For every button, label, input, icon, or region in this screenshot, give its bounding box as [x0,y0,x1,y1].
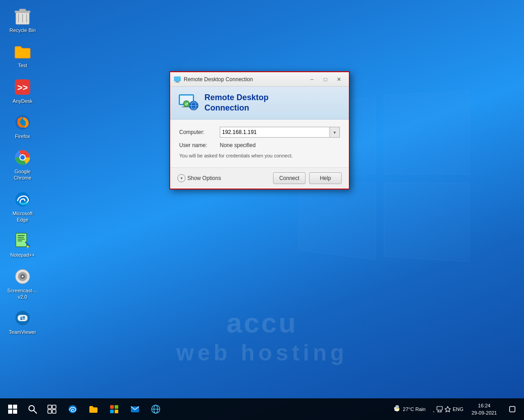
svg-rect-52 [52,405,56,409]
icon-edge[interactable]: Microsoft Edge [5,188,41,226]
icon-teamviewer[interactable]: ⇄ TeamViewer [5,306,41,338]
taskbar-mail-button[interactable] [125,399,145,419]
svg-point-49 [29,406,34,411]
screencast-image [14,268,32,286]
dialog-title-icon [174,76,181,83]
dialog-header-icon: ↺ [177,92,199,114]
username-field: User name: None specified [179,142,340,148]
taskbar-edge-button[interactable] [63,399,83,419]
svg-rect-58 [110,410,114,413]
svg-rect-67 [394,409,399,411]
icon-screencast[interactable]: Screencast-...v2.0 [5,265,41,303]
svg-text:↺: ↺ [185,102,188,106]
chrome-image [14,148,32,166]
svg-rect-53 [48,410,51,413]
language-text: ENG [453,406,464,412]
svg-rect-32 [176,81,179,82]
svg-marker-24 [27,246,29,249]
dialog-footer-buttons: Connect Help [273,172,342,184]
clock-time: 16:24 [472,402,497,410]
taskbar-ie-button[interactable] [146,399,166,419]
dialog-header-line2: Connection [204,103,269,113]
teamviewer-image: ⇄ [14,309,32,327]
recycle-bin-label: Recycle Bin [9,27,36,33]
svg-text:>>: >> [17,83,28,92]
svg-rect-48 [13,410,17,414]
username-value: None specified [220,142,255,148]
notepadpp-label: Notepad++ [10,252,35,258]
icon-anydesk[interactable]: >> AnyDesk [5,75,41,107]
firefox-label: Firefox [15,133,30,139]
desktop: accu web hosting Recycle Bin [0,0,524,420]
weather-text: 27°C Rain [403,406,426,412]
clock-date: 29-09-2021 [472,409,497,417]
svg-rect-22 [18,240,22,241]
svg-rect-51 [48,405,51,409]
dialog-header: ↺ Remote Desktop Connection [170,87,349,120]
connect-button[interactable]: Connect [273,172,306,184]
dialog-maximize-button[interactable]: □ [319,74,332,84]
chrome-label: Google Chrome [6,168,39,181]
icon-recycle-bin[interactable]: Recycle Bin [5,5,41,36]
svg-rect-54 [52,410,56,413]
firefox-image [14,113,32,131]
taskbar-explorer-button[interactable] [83,399,103,419]
svg-rect-21 [18,239,25,240]
icon-notepadpp[interactable]: Notepad++ [5,229,41,261]
computer-input-wrap[interactable]: ▾ [220,127,340,138]
svg-line-50 [34,411,37,413]
svg-rect-59 [115,410,118,413]
computer-field: Computer: ▾ [179,127,340,138]
show-options-button[interactable]: ▾ Show Options [177,174,221,182]
computer-dropdown-button[interactable]: ▾ [329,127,339,137]
svg-marker-2 [298,183,376,260]
task-view-button[interactable] [42,399,62,419]
rdp-dialog: Remote Desktop Connection – □ ✕ [169,71,350,189]
computer-input[interactable] [220,128,329,136]
anydesk-image: >> [14,78,32,96]
dialog-minimize-button[interactable]: – [306,74,318,84]
svg-rect-47 [8,410,12,414]
svg-rect-20 [18,237,24,238]
taskbar-right-area: 27°C Rain ‸ ENG 16:24 29-09-2021 [390,398,522,420]
edge-label: Microsoft Edge [6,210,39,223]
svg-rect-56 [110,405,114,409]
taskbar-store-button[interactable] [104,399,124,419]
icon-test[interactable]: Test [5,40,41,71]
anydesk-label: AnyDesk [13,98,32,104]
svg-marker-72 [445,406,450,412]
svg-rect-46 [13,405,17,409]
svg-marker-3 [384,183,470,262]
svg-rect-33 [175,82,180,83]
dialog-close-button[interactable]: ✕ [333,74,345,84]
notepadpp-image [14,232,32,250]
svg-rect-73 [510,406,515,412]
icon-firefox[interactable]: Firefox [5,111,41,142]
svg-marker-1 [384,90,470,174]
desktop-icon-area: Recycle Bin Test >> AnyDesk [5,5,41,338]
tray-chevron[interactable]: ‸ [433,406,435,412]
username-label: User name: [179,142,220,148]
taskbar-clock[interactable]: 16:24 29-09-2021 [468,402,501,417]
edge-image [14,190,32,208]
show-options-icon: ▾ [177,174,185,182]
notification-button[interactable] [502,398,522,420]
dialog-body: Computer: ▾ User name: None specified Yo… [170,120,349,167]
svg-rect-68 [437,406,442,410]
icon-google-chrome[interactable]: Google Chrome [5,146,41,184]
help-button[interactable]: Help [309,172,342,184]
start-button[interactable] [2,398,23,420]
svg-rect-19 [18,235,25,236]
svg-rect-45 [8,405,12,409]
taskbar: 27°C Rain ‸ ENG 16:24 29-09-2021 [0,398,524,420]
recycle-bin-image [14,7,32,25]
watermark-accu: accu [36,307,488,339]
taskbar-weather[interactable]: 27°C Rain [390,405,428,413]
show-options-label: Show Options [187,175,221,181]
dialog-footer: ▾ Show Options Connect Help [170,167,349,189]
search-button[interactable] [24,401,41,417]
svg-text:⇄: ⇄ [20,314,25,322]
svg-rect-6 [19,9,26,11]
system-tray[interactable]: ‸ ENG [430,406,466,412]
svg-rect-31 [174,77,181,81]
